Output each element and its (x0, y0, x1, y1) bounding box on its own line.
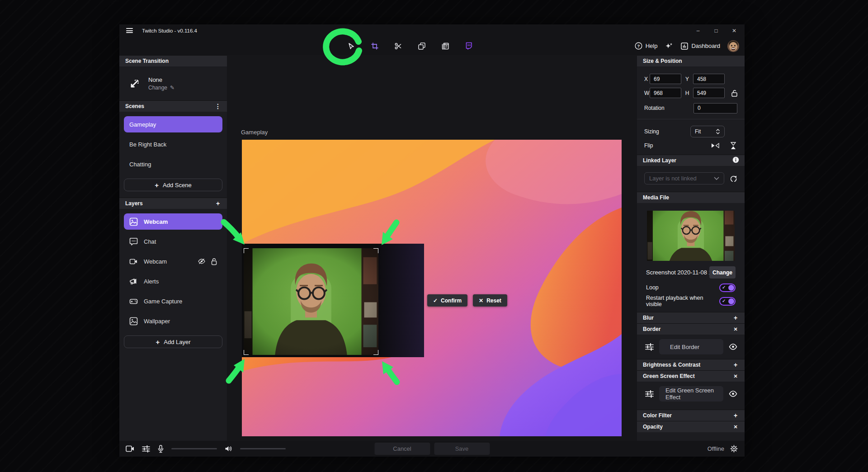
confirm-button[interactable]: ✓ Confirm (427, 294, 467, 307)
layer-item-chat[interactable]: Chat (124, 233, 222, 250)
stream-status: Offline (708, 445, 738, 453)
sizing-row: Sizing Fit (644, 125, 737, 138)
header-toolbar: ? Help Dashboard (119, 37, 745, 55)
h-input[interactable] (693, 88, 725, 98)
add-blur-icon[interactable]: + (732, 314, 739, 321)
av-controls (126, 445, 286, 453)
webcam-layer-bounds[interactable] (242, 244, 424, 357)
microphone-icon[interactable] (158, 445, 164, 453)
rotation-input[interactable] (693, 103, 737, 113)
add-color-filter-icon[interactable]: + (732, 412, 739, 419)
dashboard-label: Dashboard (691, 42, 720, 49)
help-button[interactable]: ? Help (635, 42, 658, 50)
aspect-lock-icon[interactable] (725, 90, 737, 97)
adjustments-icon[interactable] (643, 341, 655, 353)
scenes-header: Scenes ⋮ (119, 100, 227, 112)
crop-handle-top-left[interactable] (244, 248, 249, 253)
edit-toolbar (347, 37, 473, 55)
linked-layer-header: Linked Layer (637, 155, 745, 166)
crop-handle-bottom-right[interactable] (373, 350, 378, 355)
help-label: Help (646, 42, 658, 49)
webcam-cropped-region (378, 244, 424, 357)
xy-row: X Y (644, 72, 737, 86)
remove-green-screen-icon[interactable]: ✕ (732, 373, 739, 379)
select-tool-icon[interactable] (347, 42, 356, 51)
svg-text:?: ? (637, 43, 640, 48)
reset-button[interactable]: ✕ Reset (473, 294, 507, 307)
layers-stack-tool-icon[interactable] (441, 42, 450, 51)
sparkle-icon[interactable] (665, 42, 674, 51)
refresh-icon[interactable] (730, 175, 737, 183)
twitch-glitch-icon[interactable] (464, 42, 473, 51)
w-input[interactable] (650, 88, 681, 98)
scenes-kebab-icon[interactable]: ⋮ (215, 103, 221, 110)
add-brightness-icon[interactable]: + (732, 361, 739, 368)
mic-volume-slider[interactable] (171, 448, 217, 449)
maximize-button[interactable]: □ (713, 28, 719, 34)
save-button[interactable]: Save (434, 443, 490, 455)
opacity-header: Opacity ✕ (637, 421, 745, 432)
edit-border-button[interactable]: Edit Border (659, 339, 723, 354)
speaker-icon[interactable] (225, 445, 232, 452)
edit-green-screen-button[interactable]: Edit Green Screen Effect (659, 386, 723, 401)
avatar[interactable] (727, 40, 739, 52)
gear-icon[interactable] (730, 445, 738, 453)
adjustments-icon[interactable] (643, 388, 655, 400)
add-layer-plus-icon[interactable]: + (215, 200, 221, 207)
remove-opacity-icon[interactable]: ✕ (732, 424, 739, 430)
scene-item-chatting[interactable]: Chatting (124, 156, 222, 172)
webcam-video[interactable] (244, 248, 378, 355)
status-badge: Offline (708, 445, 724, 452)
eye-off-icon[interactable] (198, 257, 206, 265)
crop-tool-icon[interactable] (370, 42, 379, 51)
layer-item-webcam[interactable]: Webcam (124, 213, 222, 230)
linked-layer-dropdown[interactable]: Layer is not linked (644, 172, 724, 184)
media-thumbnail[interactable] (647, 211, 735, 261)
remove-border-icon[interactable]: ✕ (732, 326, 739, 332)
check-icon: ✓ (433, 297, 438, 304)
add-layer-button[interactable]: + Add Layer (124, 335, 222, 348)
y-input[interactable] (693, 74, 725, 84)
dashboard-button[interactable]: Dashboard (681, 42, 720, 50)
border-visibility-eye-icon[interactable] (727, 344, 738, 350)
transition-change-link[interactable]: Change ✎ (148, 85, 175, 91)
restart-playback-toggle[interactable]: ✓ (719, 297, 736, 306)
hamburger-menu-icon[interactable] (126, 28, 133, 33)
crop-handle-bottom-left[interactable] (244, 350, 249, 355)
image-icon (129, 317, 138, 326)
layer-item-webcam-2[interactable]: Webcam (124, 253, 222, 269)
lock-icon[interactable] (211, 258, 217, 265)
green-screen-visibility-eye-icon[interactable] (727, 391, 738, 397)
stepper-icon (716, 128, 720, 135)
x-input[interactable] (650, 74, 681, 84)
duplicate-tool-icon[interactable] (417, 42, 426, 51)
scene-item-be-right-back[interactable]: Be Right Back (124, 136, 222, 152)
megaphone-icon (129, 277, 138, 286)
change-media-button[interactable]: Change (709, 266, 736, 278)
layer-item-alerts[interactable]: Alerts (124, 273, 222, 289)
speaker-volume-slider[interactable] (240, 448, 286, 449)
linked-layer-row: Layer is not linked (644, 172, 737, 184)
restart-playback-row: Restart playback when visible ✓ (646, 297, 736, 306)
scene-transition-header-label: Scene Transition (125, 58, 169, 64)
flip-horizontal-icon[interactable] (711, 142, 719, 150)
close-button[interactable]: ✕ (731, 28, 737, 34)
adjustments-icon[interactable] (142, 445, 150, 453)
chevron-down-icon (714, 177, 719, 180)
loop-toggle[interactable]: ✓ (719, 283, 736, 292)
edit-border-row: Edit Border (637, 335, 745, 359)
flip-vertical-icon[interactable] (729, 142, 737, 150)
info-icon[interactable] (732, 156, 739, 165)
crop-handle-top-right[interactable] (373, 248, 378, 253)
scene-transition-header: Scene Transition (119, 55, 227, 66)
layer-item-game-capture[interactable]: Game Capture (124, 293, 222, 309)
layer-item-wallpaper[interactable]: Wallpaper (124, 313, 222, 329)
cancel-button[interactable]: Cancel (374, 443, 430, 455)
add-scene-button[interactable]: + Add Scene (124, 179, 222, 191)
scene-item-gameplay[interactable]: Gameplay (124, 116, 222, 132)
minimize-button[interactable]: – (695, 28, 701, 34)
split-tool-icon[interactable] (394, 42, 403, 51)
camera-icon[interactable] (126, 445, 134, 452)
sizing-dropdown[interactable]: Fit (690, 126, 725, 137)
x-icon: ✕ (479, 297, 483, 304)
